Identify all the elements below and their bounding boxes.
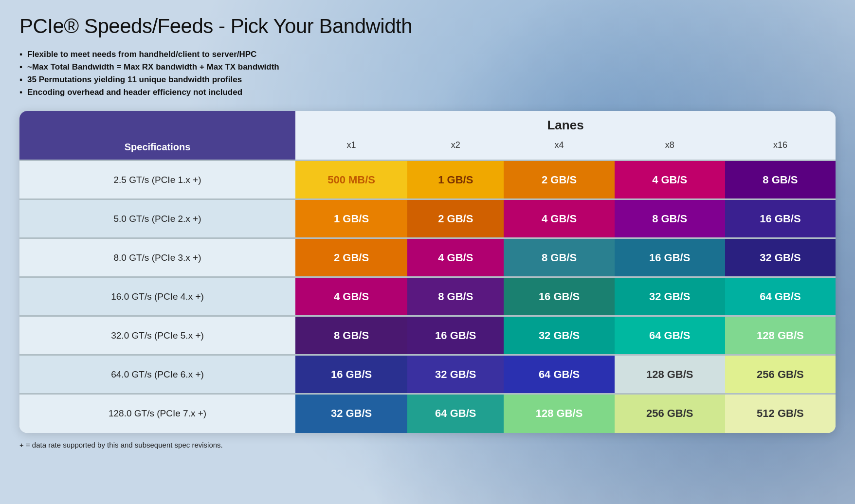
bandwidth-cell: 64 GB/S bbox=[504, 355, 614, 394]
spec-label: 8.0 GT/s (PCIe 3.x +) bbox=[19, 238, 295, 277]
bandwidth-cell: 16 GB/S bbox=[504, 277, 614, 316]
bandwidth-cell: 256 GB/S bbox=[725, 355, 836, 394]
bandwidth-cell: 1 GB/S bbox=[407, 161, 504, 199]
table-body: 2.5 GT/s (PCIe 1.x +)500 MB/S1 GB/S2 GB/… bbox=[19, 161, 836, 433]
lane-x4: x4 bbox=[504, 135, 614, 161]
bandwidth-cell: 32 GB/S bbox=[615, 277, 725, 316]
bandwidth-cell: 2 GB/S bbox=[407, 199, 504, 238]
spec-label: 2.5 GT/s (PCIe 1.x +) bbox=[19, 161, 295, 199]
bandwidth-cell: 32 GB/S bbox=[407, 355, 504, 394]
bullet-item: Encoding overhead and header efficiency … bbox=[19, 88, 836, 97]
bandwidth-cell: 1 GB/S bbox=[295, 199, 407, 238]
bandwidth-cell: 8 GB/S bbox=[504, 238, 614, 277]
lanes-label: Lanes bbox=[295, 111, 836, 135]
bandwidth-cell: 8 GB/S bbox=[725, 161, 836, 199]
table-row: 16.0 GT/s (PCIe 4.x +)4 GB/S8 GB/S16 GB/… bbox=[19, 277, 836, 316]
table-row: 64.0 GT/s (PCIe 6.x +)16 GB/S32 GB/S64 G… bbox=[19, 355, 836, 394]
bandwidth-cell: 4 GB/S bbox=[504, 199, 614, 238]
bandwidth-cell: 128 GB/S bbox=[615, 355, 725, 394]
spec-label: 16.0 GT/s (PCIe 4.x +) bbox=[19, 277, 295, 316]
bandwidth-table: Lanes Specifications x1 x2 x4 x8 x16 2.5… bbox=[19, 111, 836, 433]
bullet-item: ~Max Total Bandwidth = Max RX bandwidth … bbox=[19, 62, 836, 72]
lane-x16: x16 bbox=[725, 135, 836, 161]
bandwidth-cell: 16 GB/S bbox=[295, 355, 407, 394]
lane-x8: x8 bbox=[615, 135, 725, 161]
bandwidth-cell: 128 GB/S bbox=[725, 316, 836, 355]
table-row: 8.0 GT/s (PCIe 3.x +)2 GB/S4 GB/S8 GB/S1… bbox=[19, 238, 836, 277]
table-row: 2.5 GT/s (PCIe 1.x +)500 MB/S1 GB/S2 GB/… bbox=[19, 161, 836, 199]
bandwidth-cell: 4 GB/S bbox=[407, 238, 504, 277]
bandwidth-cell: 32 GB/S bbox=[295, 394, 407, 433]
spec-label: 32.0 GT/s (PCIe 5.x +) bbox=[19, 316, 295, 355]
bullet-item: Flexible to meet needs from handheld/cli… bbox=[19, 50, 836, 59]
bandwidth-cell: 8 GB/S bbox=[407, 277, 504, 316]
lane-x1: x1 bbox=[295, 135, 407, 161]
bandwidth-cell: 64 GB/S bbox=[407, 394, 504, 433]
bandwidth-cell: 2 GB/S bbox=[504, 161, 614, 199]
spec-label: 128.0 GT/s (PCIe 7.x +) bbox=[19, 394, 295, 433]
bandwidth-cell: 16 GB/S bbox=[725, 199, 836, 238]
bullet-list: Flexible to meet needs from handheld/cli… bbox=[19, 50, 836, 97]
table-row: 32.0 GT/s (PCIe 5.x +)8 GB/S16 GB/S32 GB… bbox=[19, 316, 836, 355]
bandwidth-cell: 256 GB/S bbox=[615, 394, 725, 433]
lane-subheader-row: Specifications x1 x2 x4 x8 x16 bbox=[19, 135, 836, 161]
table-row: 128.0 GT/s (PCIe 7.x +)32 GB/S64 GB/S128… bbox=[19, 394, 836, 433]
lanes-header-row: Lanes bbox=[19, 111, 836, 135]
bandwidth-cell: 16 GB/S bbox=[615, 238, 725, 277]
footnote: + = data rate supported by this and subs… bbox=[19, 441, 836, 449]
bandwidth-cell: 8 GB/S bbox=[295, 316, 407, 355]
bandwidth-table-wrapper: Lanes Specifications x1 x2 x4 x8 x16 2.5… bbox=[19, 111, 836, 433]
spec-col-top bbox=[19, 111, 295, 135]
bandwidth-cell: 64 GB/S bbox=[725, 277, 836, 316]
page-title: PCIe® Speeds/Feeds - Pick Your Bandwidth bbox=[19, 15, 836, 38]
spec-label: 64.0 GT/s (PCIe 6.x +) bbox=[19, 355, 295, 394]
bandwidth-cell: 32 GB/S bbox=[725, 238, 836, 277]
bandwidth-cell: 512 GB/S bbox=[725, 394, 836, 433]
bandwidth-cell: 2 GB/S bbox=[295, 238, 407, 277]
bandwidth-cell: 128 GB/S bbox=[504, 394, 614, 433]
bandwidth-cell: 64 GB/S bbox=[615, 316, 725, 355]
lane-x2: x2 bbox=[407, 135, 504, 161]
bandwidth-cell: 16 GB/S bbox=[407, 316, 504, 355]
bandwidth-cell: 32 GB/S bbox=[504, 316, 614, 355]
table-row: 5.0 GT/s (PCIe 2.x +)1 GB/S2 GB/S4 GB/S8… bbox=[19, 199, 836, 238]
bandwidth-cell: 8 GB/S bbox=[615, 199, 725, 238]
bandwidth-cell: 4 GB/S bbox=[615, 161, 725, 199]
spec-col-header: Specifications bbox=[19, 135, 295, 161]
spec-label: 5.0 GT/s (PCIe 2.x +) bbox=[19, 199, 295, 238]
bandwidth-cell: 500 MB/S bbox=[295, 161, 407, 199]
bandwidth-cell: 4 GB/S bbox=[295, 277, 407, 316]
bullet-item: 35 Permutations yielding 11 unique bandw… bbox=[19, 75, 836, 85]
